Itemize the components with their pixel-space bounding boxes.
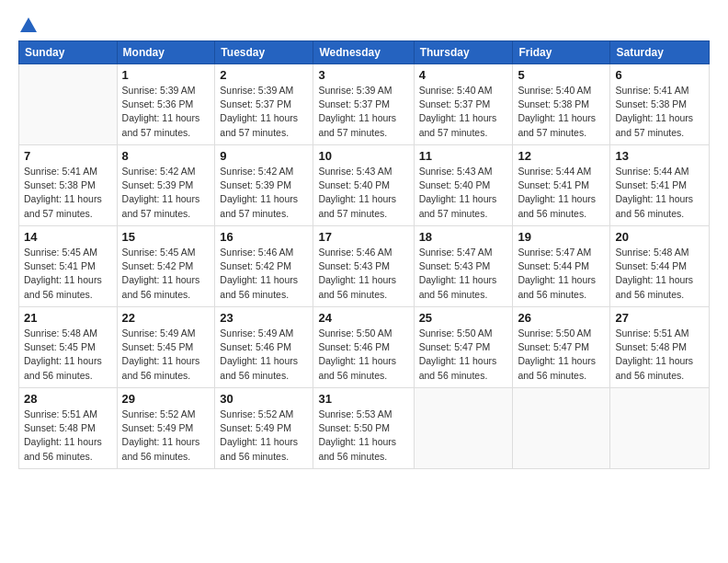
day-cell: 4Sunrise: 5:40 AM Sunset: 5:37 PM Daylig…: [414, 64, 513, 145]
day-number: 1: [122, 68, 210, 82]
day-cell: 13Sunrise: 5:44 AM Sunset: 5:41 PM Dayli…: [610, 145, 710, 226]
day-number: 18: [419, 230, 508, 244]
day-info: Sunrise: 5:50 AM Sunset: 5:47 PM Dayligh…: [419, 327, 508, 383]
day-info: Sunrise: 5:43 AM Sunset: 5:40 PM Dayligh…: [419, 165, 508, 221]
header-area: [18, 17, 710, 29]
day-cell: 29Sunrise: 5:52 AM Sunset: 5:49 PM Dayli…: [117, 388, 215, 469]
day-info: Sunrise: 5:51 AM Sunset: 5:48 PM Dayligh…: [24, 408, 112, 464]
day-info: Sunrise: 5:49 AM Sunset: 5:46 PM Dayligh…: [220, 327, 308, 383]
day-info: Sunrise: 5:52 AM Sunset: 5:49 PM Dayligh…: [220, 408, 308, 464]
day-number: 11: [419, 149, 508, 163]
day-info: Sunrise: 5:42 AM Sunset: 5:39 PM Dayligh…: [220, 165, 308, 221]
day-info: Sunrise: 5:44 AM Sunset: 5:41 PM Dayligh…: [615, 165, 704, 221]
week-row-1: 1Sunrise: 5:39 AM Sunset: 5:36 PM Daylig…: [19, 64, 710, 145]
weekday-sunday: Sunday: [19, 41, 118, 64]
day-number: 26: [518, 311, 605, 325]
day-info: Sunrise: 5:48 AM Sunset: 5:44 PM Dayligh…: [615, 246, 704, 302]
week-row-4: 21Sunrise: 5:48 AM Sunset: 5:45 PM Dayli…: [19, 307, 710, 388]
day-cell: 26Sunrise: 5:50 AM Sunset: 5:47 PM Dayli…: [513, 307, 610, 388]
week-row-2: 7Sunrise: 5:41 AM Sunset: 5:38 PM Daylig…: [19, 145, 710, 226]
week-row-5: 28Sunrise: 5:51 AM Sunset: 5:48 PM Dayli…: [19, 388, 710, 469]
day-number: 27: [615, 311, 704, 325]
weekday-tuesday: Tuesday: [215, 41, 313, 64]
day-info: Sunrise: 5:46 AM Sunset: 5:43 PM Dayligh…: [318, 246, 408, 302]
day-info: Sunrise: 5:50 AM Sunset: 5:46 PM Dayligh…: [318, 327, 408, 383]
day-number: 25: [419, 311, 508, 325]
day-number: 21: [24, 311, 112, 325]
day-cell: 7Sunrise: 5:41 AM Sunset: 5:38 PM Daylig…: [19, 145, 118, 226]
day-info: Sunrise: 5:47 AM Sunset: 5:43 PM Dayligh…: [419, 246, 508, 302]
day-cell: [414, 388, 513, 469]
day-number: 3: [318, 68, 408, 82]
day-number: 16: [220, 230, 308, 244]
week-row-3: 14Sunrise: 5:45 AM Sunset: 5:41 PM Dayli…: [19, 226, 710, 307]
day-info: Sunrise: 5:43 AM Sunset: 5:40 PM Dayligh…: [318, 165, 408, 221]
weekday-saturday: Saturday: [610, 41, 710, 64]
day-cell: [19, 64, 118, 145]
day-cell: 31Sunrise: 5:53 AM Sunset: 5:50 PM Dayli…: [313, 388, 414, 469]
day-cell: 24Sunrise: 5:50 AM Sunset: 5:46 PM Dayli…: [313, 307, 414, 388]
day-info: Sunrise: 5:39 AM Sunset: 5:37 PM Dayligh…: [318, 84, 408, 140]
weekday-monday: Monday: [117, 41, 215, 64]
day-info: Sunrise: 5:39 AM Sunset: 5:36 PM Dayligh…: [122, 84, 210, 140]
day-info: Sunrise: 5:47 AM Sunset: 5:44 PM Dayligh…: [518, 246, 605, 302]
day-cell: 18Sunrise: 5:47 AM Sunset: 5:43 PM Dayli…: [414, 226, 513, 307]
day-cell: 9Sunrise: 5:42 AM Sunset: 5:39 PM Daylig…: [215, 145, 313, 226]
day-cell: 22Sunrise: 5:49 AM Sunset: 5:45 PM Dayli…: [117, 307, 215, 388]
day-cell: 15Sunrise: 5:45 AM Sunset: 5:42 PM Dayli…: [117, 226, 215, 307]
logo-icon: [20, 17, 37, 33]
day-number: 29: [122, 392, 210, 406]
day-number: 9: [220, 149, 308, 163]
day-info: Sunrise: 5:50 AM Sunset: 5:47 PM Dayligh…: [518, 327, 605, 383]
day-number: 2: [220, 68, 308, 82]
day-info: Sunrise: 5:39 AM Sunset: 5:37 PM Dayligh…: [220, 84, 308, 140]
day-cell: 28Sunrise: 5:51 AM Sunset: 5:48 PM Dayli…: [19, 388, 118, 469]
day-cell: 17Sunrise: 5:46 AM Sunset: 5:43 PM Dayli…: [313, 226, 414, 307]
day-cell: 16Sunrise: 5:46 AM Sunset: 5:42 PM Dayli…: [215, 226, 313, 307]
day-number: 8: [122, 149, 210, 163]
day-info: Sunrise: 5:53 AM Sunset: 5:50 PM Dayligh…: [318, 408, 408, 464]
day-number: 14: [24, 230, 112, 244]
day-cell: 8Sunrise: 5:42 AM Sunset: 5:39 PM Daylig…: [117, 145, 215, 226]
day-cell: 12Sunrise: 5:44 AM Sunset: 5:41 PM Dayli…: [513, 145, 610, 226]
day-cell: 11Sunrise: 5:43 AM Sunset: 5:40 PM Dayli…: [414, 145, 513, 226]
day-cell: 2Sunrise: 5:39 AM Sunset: 5:37 PM Daylig…: [215, 64, 313, 145]
weekday-thursday: Thursday: [414, 41, 513, 64]
day-number: 5: [518, 68, 605, 82]
day-info: Sunrise: 5:46 AM Sunset: 5:42 PM Dayligh…: [220, 246, 308, 302]
day-cell: 10Sunrise: 5:43 AM Sunset: 5:40 PM Dayli…: [313, 145, 414, 226]
day-info: Sunrise: 5:41 AM Sunset: 5:38 PM Dayligh…: [24, 165, 112, 221]
day-number: 22: [122, 311, 210, 325]
day-info: Sunrise: 5:48 AM Sunset: 5:45 PM Dayligh…: [24, 327, 112, 383]
day-cell: 25Sunrise: 5:50 AM Sunset: 5:47 PM Dayli…: [414, 307, 513, 388]
day-number: 13: [615, 149, 704, 163]
day-cell: 5Sunrise: 5:40 AM Sunset: 5:38 PM Daylig…: [513, 64, 610, 145]
calendar-table: SundayMondayTuesdayWednesdayThursdayFrid…: [18, 40, 710, 469]
day-number: 30: [220, 392, 308, 406]
day-cell: 19Sunrise: 5:47 AM Sunset: 5:44 PM Dayli…: [513, 226, 610, 307]
day-info: Sunrise: 5:51 AM Sunset: 5:48 PM Dayligh…: [615, 327, 704, 383]
day-cell: [513, 388, 610, 469]
day-number: 15: [122, 230, 210, 244]
day-info: Sunrise: 5:44 AM Sunset: 5:41 PM Dayligh…: [518, 165, 605, 221]
day-info: Sunrise: 5:45 AM Sunset: 5:41 PM Dayligh…: [24, 246, 112, 302]
svg-marker-0: [20, 17, 37, 32]
day-number: 31: [318, 392, 408, 406]
day-cell: 6Sunrise: 5:41 AM Sunset: 5:38 PM Daylig…: [610, 64, 710, 145]
day-number: 17: [318, 230, 408, 244]
weekday-header-row: SundayMondayTuesdayWednesdayThursdayFrid…: [19, 41, 710, 64]
day-cell: [610, 388, 710, 469]
day-number: 20: [615, 230, 704, 244]
day-info: Sunrise: 5:52 AM Sunset: 5:49 PM Dayligh…: [122, 408, 210, 464]
day-info: Sunrise: 5:41 AM Sunset: 5:38 PM Dayligh…: [615, 84, 704, 140]
day-info: Sunrise: 5:49 AM Sunset: 5:45 PM Dayligh…: [122, 327, 210, 383]
day-number: 23: [220, 311, 308, 325]
logo: [18, 17, 37, 29]
day-number: 4: [419, 68, 508, 82]
day-info: Sunrise: 5:40 AM Sunset: 5:38 PM Dayligh…: [518, 84, 605, 140]
day-cell: 23Sunrise: 5:49 AM Sunset: 5:46 PM Dayli…: [215, 307, 313, 388]
weekday-friday: Friday: [513, 41, 610, 64]
day-info: Sunrise: 5:42 AM Sunset: 5:39 PM Dayligh…: [122, 165, 210, 221]
calendar-container: SundayMondayTuesdayWednesdayThursdayFrid…: [0, 0, 728, 478]
day-cell: 3Sunrise: 5:39 AM Sunset: 5:37 PM Daylig…: [313, 64, 414, 145]
